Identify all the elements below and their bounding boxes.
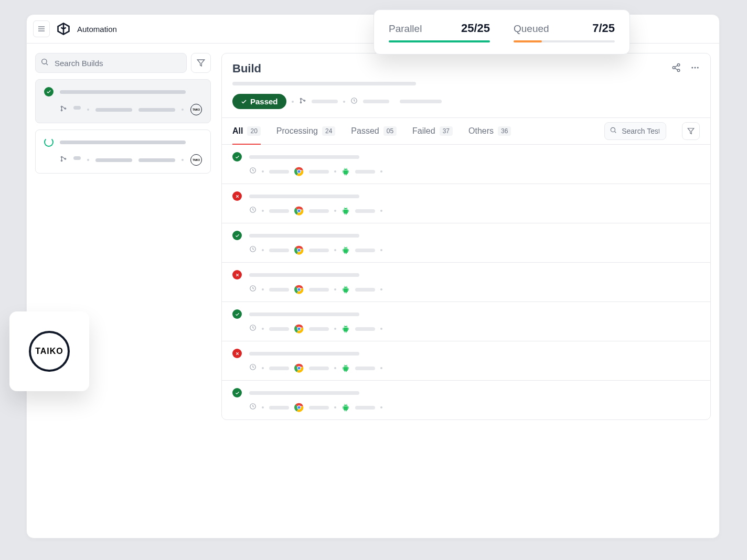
test-row[interactable] [222, 381, 710, 419]
tab-count: 36 [498, 126, 511, 136]
android-icon [342, 403, 350, 412]
test-row[interactable] [222, 223, 710, 263]
android-icon [342, 285, 350, 294]
tab-label: All [232, 126, 243, 136]
tab-failed[interactable]: Failed37 [412, 118, 453, 144]
chrome-icon [294, 324, 304, 333]
svg-point-70 [346, 287, 347, 288]
svg-point-93 [345, 366, 345, 367]
filter-icon [687, 127, 695, 135]
chrome-icon [294, 167, 304, 176]
header-actions [671, 63, 700, 74]
hamburger-icon [37, 25, 46, 33]
git-icon [299, 97, 306, 106]
tab-count: 37 [440, 126, 453, 136]
tab-passed[interactable]: Passed05 [351, 118, 397, 144]
svg-line-50 [347, 207, 347, 208]
svg-line-15 [675, 68, 677, 70]
clock-icon [350, 97, 358, 106]
svg-rect-72 [348, 288, 348, 291]
tab-count: 20 [247, 126, 260, 136]
svg-point-104 [345, 405, 345, 406]
test-row[interactable] [222, 263, 710, 302]
clock-icon [249, 363, 257, 373]
svg-line-85 [347, 325, 347, 326]
svg-rect-106 [343, 406, 343, 409]
svg-point-80 [345, 327, 345, 327]
test-row[interactable] [222, 341, 710, 381]
taiko-mini-badge: TAIKO [190, 104, 202, 115]
test-row[interactable] [222, 302, 710, 341]
status-failed-icon [232, 191, 242, 201]
tab-others[interactable]: Others36 [468, 118, 511, 144]
svg-line-108 [344, 404, 345, 405]
builds-search-input[interactable] [35, 53, 187, 73]
clock-icon [249, 403, 257, 412]
svg-rect-71 [343, 288, 343, 291]
svg-point-14 [677, 69, 680, 72]
more-button[interactable] [690, 63, 700, 74]
status-passed-icon [232, 388, 242, 397]
queued-label: Queued [514, 23, 549, 35]
svg-point-46 [346, 209, 347, 209]
build-card[interactable]: TAIKO [35, 79, 211, 123]
svg-line-49 [344, 207, 345, 208]
svg-line-98 [347, 364, 347, 365]
svg-point-81 [346, 327, 347, 327]
tests-filter-button[interactable] [682, 122, 700, 140]
android-icon [342, 364, 350, 372]
svg-rect-48 [348, 210, 348, 212]
share-icon [671, 63, 681, 72]
svg-rect-58 [343, 249, 343, 252]
svg-point-6 [61, 106, 62, 107]
svg-marker-5 [197, 60, 204, 66]
svg-point-13 [673, 67, 675, 69]
main-header: Build Passed [222, 53, 710, 117]
svg-point-45 [345, 209, 345, 209]
svg-rect-34 [343, 170, 343, 173]
svg-line-37 [347, 168, 347, 169]
svg-point-94 [346, 366, 347, 367]
builds-filter-button[interactable] [191, 53, 211, 73]
svg-rect-35 [348, 170, 348, 173]
svg-line-73 [344, 286, 345, 287]
svg-marker-26 [688, 128, 694, 134]
svg-rect-96 [348, 367, 348, 370]
parallel-stat: Parallel 25/25 [389, 21, 490, 42]
tab-label: Others [468, 126, 494, 136]
svg-point-105 [346, 405, 347, 406]
svg-rect-59 [348, 249, 348, 252]
tab-processing[interactable]: Processing24 [276, 118, 336, 144]
parallel-value: 25/25 [461, 21, 490, 35]
build-card[interactable]: TAIKO [35, 130, 211, 174]
build-title: Build [232, 62, 700, 76]
svg-rect-82 [343, 328, 343, 330]
share-button[interactable] [671, 63, 681, 74]
svg-line-60 [344, 246, 345, 247]
search-icon [40, 58, 49, 68]
svg-point-12 [677, 64, 680, 67]
tab-all[interactable]: All20 [232, 118, 261, 144]
git-icon [60, 155, 67, 165]
tab-label: Failed [412, 126, 435, 136]
svg-point-69 [345, 287, 345, 288]
test-row[interactable] [222, 184, 710, 223]
svg-line-16 [675, 66, 677, 67]
svg-point-22 [304, 100, 305, 101]
svg-rect-107 [348, 406, 348, 409]
clock-icon [249, 285, 257, 294]
parallel-bar [389, 40, 490, 42]
svg-point-9 [61, 156, 62, 157]
status-passed-icon [44, 87, 54, 96]
android-icon [342, 246, 350, 254]
chrome-icon [294, 285, 304, 294]
tab-label: Passed [351, 126, 379, 136]
git-icon [60, 105, 67, 114]
taiko-badge-card: TAIKO [9, 311, 89, 391]
build-meta-row: Passed [232, 94, 700, 109]
menu-button[interactable] [33, 20, 50, 37]
test-row[interactable] [222, 145, 710, 184]
svg-point-19 [697, 67, 699, 69]
svg-point-56 [345, 248, 345, 249]
svg-line-84 [344, 325, 345, 326]
